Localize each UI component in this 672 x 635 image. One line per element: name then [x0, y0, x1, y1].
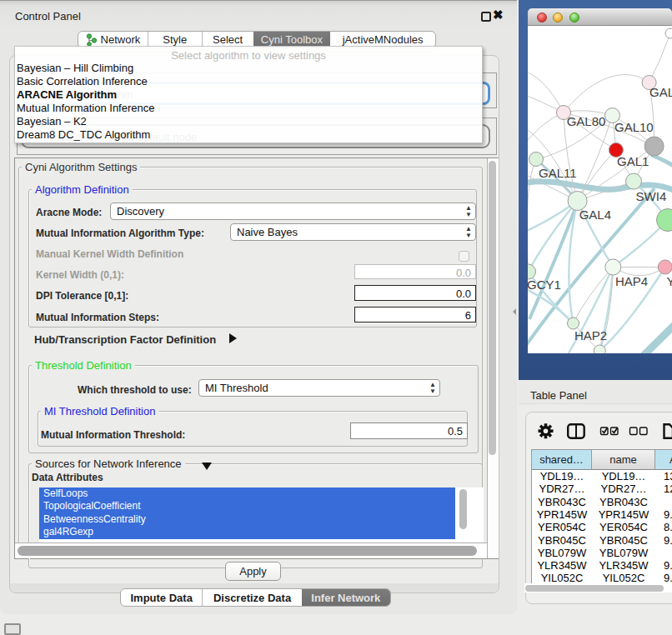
svg-text:GAL1: GAL1	[617, 154, 649, 168]
svg-text:GAL11: GAL11	[539, 166, 577, 180]
svg-text:GAL10: GAL10	[614, 120, 654, 134]
svg-text:HAP2: HAP2	[574, 328, 607, 342]
svg-text:SWI4: SWI4	[636, 189, 667, 203]
svg-text:GAL4: GAL4	[579, 208, 611, 222]
svg-text:Y: Y	[667, 274, 672, 288]
svg-text:GCY1: GCY1	[528, 278, 561, 292]
svg-text:HAP4: HAP4	[615, 274, 648, 288]
svg-text:GAL: GAL	[649, 85, 672, 99]
svg-text:GAL80: GAL80	[567, 114, 606, 128]
